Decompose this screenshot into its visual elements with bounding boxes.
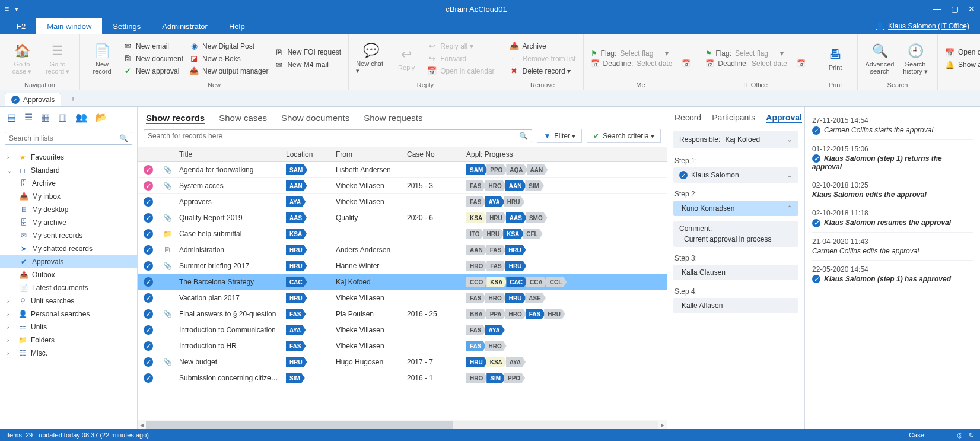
- table-row[interactable]: ✓The Barcelona StrategyCACKaj KofoedCCOK…: [138, 274, 667, 290]
- view-cases[interactable]: Show cases: [219, 113, 267, 124]
- tree-myarchive[interactable]: 🗄My archive: [0, 216, 137, 229]
- maximize-button[interactable]: ▢: [951, 4, 959, 14]
- print-button[interactable]: 🖶Print: [820, 37, 850, 80]
- tab-administrator[interactable]: Administrator: [151, 18, 218, 34]
- search-criteria-button[interactable]: ✔Search criteria ▾: [587, 129, 661, 143]
- tree-inbox[interactable]: 📥My inbox: [0, 190, 137, 203]
- col-from[interactable]: From: [332, 147, 403, 161]
- table-row[interactable]: ✓Submission concerning citizen...SIM2016…: [138, 370, 667, 386]
- tree-folders[interactable]: ›📁Folders: [0, 334, 137, 347]
- table-row[interactable]: ✓🖹AdministrationHRUAnders AndersenAANFAS…: [138, 242, 667, 258]
- view-card-icon[interactable]: ▥: [58, 112, 67, 123]
- col-title[interactable]: Title: [176, 147, 282, 161]
- table-row[interactable]: ✓ApproversAYAVibeke VillasenFASAYAHRU: [138, 194, 667, 210]
- advanced-search-button[interactable]: 🔍Advanced search: [865, 37, 895, 80]
- tab-participants[interactable]: Participants: [712, 113, 755, 123]
- doc-tab-approvals[interactable]: ✓ Approvals: [5, 93, 61, 106]
- view-team-icon[interactable]: 👥: [75, 112, 87, 123]
- table-row[interactable]: ✓📎Quality Report 2019AASQuality2020 - 6K…: [138, 210, 667, 226]
- tree-unit-searches[interactable]: ›⚲Unit searches: [0, 294, 137, 307]
- select-date-it[interactable]: Select date: [752, 59, 793, 68]
- col-case[interactable]: Case No: [403, 147, 463, 161]
- calendar-picker-icon[interactable]: 📅: [682, 59, 691, 68]
- step2-body[interactable]: Kuno Konradsen⌃: [673, 201, 798, 216]
- col-location[interactable]: Location: [282, 147, 332, 161]
- go-to-case-button[interactable]: 🏠Go to case ▾: [7, 37, 37, 80]
- chevron-down-icon[interactable]: ▾: [780, 49, 784, 58]
- new-eboks-button[interactable]: ◪New e-Boks: [189, 53, 268, 64]
- archive-button[interactable]: 📥Archive: [510, 41, 576, 52]
- select-date-me[interactable]: Select date: [637, 59, 678, 68]
- table-row[interactable]: ✓Introduction to CommunicationAYAVibeke …: [138, 322, 667, 338]
- add-tab-button[interactable]: ＋: [63, 91, 82, 106]
- close-button[interactable]: ✕: [968, 4, 975, 14]
- sidebar-search[interactable]: 🔍: [5, 132, 132, 145]
- horizontal-scrollbar[interactable]: ◂ ▸: [138, 420, 667, 429]
- tab-f2[interactable]: F2: [6, 18, 36, 34]
- table-row[interactable]: ✓📎Final answers to § 20-questionFASPia P…: [138, 306, 667, 322]
- new-output-manager-button[interactable]: 📤New output manager: [189, 66, 268, 77]
- tree-archive[interactable]: 🗄Archive: [0, 177, 137, 190]
- refresh-icon[interactable]: ↻: [969, 432, 974, 439]
- tree-units[interactable]: ›⚏Units: [0, 321, 137, 334]
- remove-from-list-button[interactable]: ←Remove from list: [510, 53, 576, 64]
- sidebar-search-input[interactable]: [9, 134, 119, 142]
- view-records[interactable]: Show records: [146, 113, 205, 124]
- new-chat-button[interactable]: 💬New chat ▾: [356, 37, 386, 80]
- tab-record[interactable]: Record: [674, 113, 701, 123]
- table-row[interactable]: ✓📎Summer briefing 2017HRUHanne WinterHRO…: [138, 258, 667, 274]
- new-email-button[interactable]: ✉New email: [123, 41, 183, 52]
- new-record-button[interactable]: 📄New record: [87, 37, 117, 80]
- forward-button[interactable]: ↪Forward: [427, 53, 494, 64]
- view-list-icon[interactable]: ▤: [7, 112, 16, 123]
- tree-latest[interactable]: 📄Latest documents: [0, 281, 137, 294]
- step1-body[interactable]: ✓Klaus Salomon⌄: [673, 167, 798, 183]
- new-digital-post-button[interactable]: ◉New Digital Post: [189, 41, 268, 52]
- go-to-record-button[interactable]: ☰Go to record ▾: [43, 37, 72, 80]
- search-icon[interactable]: 🔍: [519, 132, 528, 140]
- chevron-up-icon[interactable]: ⌃: [787, 204, 793, 212]
- tab-approval[interactable]: Approval: [766, 113, 802, 123]
- tree-approvals[interactable]: ✔Approvals: [0, 255, 137, 268]
- chevron-down-icon[interactable]: ⌄: [787, 171, 793, 179]
- tree-outbox[interactable]: 📤Outbox: [0, 268, 137, 281]
- col-progress[interactable]: Appl: Progress: [463, 147, 667, 161]
- scroll-right-icon[interactable]: ▸: [661, 421, 664, 429]
- tab-main-window[interactable]: Main window: [36, 18, 102, 34]
- view-requests[interactable]: Show requests: [364, 113, 422, 124]
- new-approval-button[interactable]: ✔New approval: [123, 66, 183, 77]
- table-row[interactable]: ✓Vacation plan 2017HRUVibeke VillasenFAS…: [138, 290, 667, 306]
- open-calendar-button[interactable]: 📅Open in calendar: [427, 66, 494, 77]
- tab-help[interactable]: Help: [218, 18, 256, 34]
- view-folder-icon[interactable]: 📂: [96, 112, 107, 123]
- reply-button[interactable]: ↩Reply: [392, 37, 421, 80]
- app-menu-icon[interactable]: ≡: [5, 5, 9, 13]
- step4-body[interactable]: Kalle Aflason: [673, 298, 798, 313]
- minimize-button[interactable]: —: [933, 4, 941, 14]
- tree-favourites[interactable]: ›★Favourites: [0, 151, 137, 164]
- dropdown-icon[interactable]: ▼: [14, 6, 20, 12]
- grid-body[interactable]: ✓📎Agenda for floorwalkingSAMLisbeth Ande…: [138, 162, 667, 420]
- select-flag-it[interactable]: Select flag: [735, 49, 777, 58]
- new-m4-button[interactable]: ✉New M4 mail: [274, 59, 341, 70]
- search-icon[interactable]: 🔍: [119, 134, 128, 142]
- main-search-input[interactable]: [148, 132, 519, 140]
- tree-standard[interactable]: ⌄◻Standard: [0, 164, 137, 177]
- tab-settings[interactable]: Settings: [102, 18, 151, 34]
- filter-button[interactable]: ▼Filter ▾: [537, 129, 582, 143]
- open-calendar-button2[interactable]: 📅Open calendar: [945, 47, 980, 58]
- show-reminders-button[interactable]: 🔔Show all personal reminders: [945, 59, 980, 70]
- current-user[interactable]: 👤 Klaus Salomon (IT Office): [876, 22, 980, 30]
- table-row[interactable]: ✓📎Agenda for floorwalkingSAMLisbeth Ande…: [138, 162, 667, 178]
- view-documents[interactable]: Show documents: [281, 113, 349, 124]
- tree-personal-searches[interactable]: ›👤Personal searches: [0, 307, 137, 321]
- table-row[interactable]: ✓Introduction to HRFASVibeke VillasenFAS…: [138, 338, 667, 354]
- select-flag-me[interactable]: Select flag: [620, 49, 661, 58]
- step3-body[interactable]: Kalla Clausen: [673, 265, 798, 280]
- main-search[interactable]: 🔍: [144, 129, 532, 142]
- tree-sent[interactable]: ✉My sent records: [0, 229, 137, 242]
- chevron-down-icon[interactable]: ⌄: [787, 135, 793, 144]
- view-people-icon[interactable]: ☰: [24, 112, 33, 123]
- view-grid-icon[interactable]: ▦: [41, 112, 50, 123]
- tree-misc[interactable]: ›☷Misc.: [0, 347, 137, 360]
